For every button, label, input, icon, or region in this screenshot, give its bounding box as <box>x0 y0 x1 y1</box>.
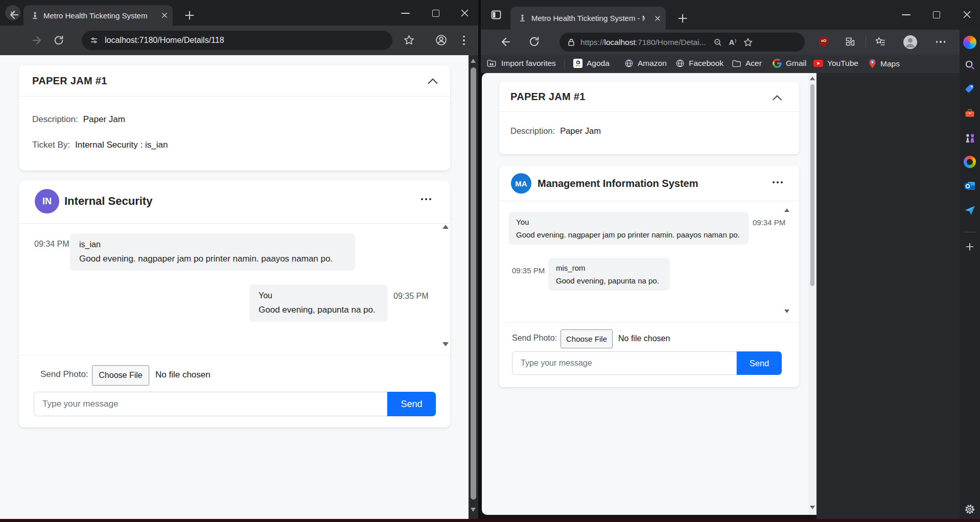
chrome-browser-window: Metro Health Ticketing System loc <box>0 0 478 519</box>
edge-address-bar[interactable]: https://localhost:7180/Home/Detai... A⁾ <box>559 33 805 52</box>
close-window-button[interactable] <box>963 11 971 18</box>
favorite-facebook[interactable]: Facebook <box>675 59 724 68</box>
url-text: https://localhost:7180/Home/Detai... <box>580 38 706 47</box>
favorite-acer[interactable]: Acer <box>732 59 762 68</box>
favorite-maps[interactable]: Maps <box>869 59 900 68</box>
import-favorites-button[interactable]: Import favorites <box>486 59 556 68</box>
collapse-chevron-up-icon[interactable] <box>772 94 783 101</box>
new-tab-button[interactable] <box>183 9 196 22</box>
search-icon[interactable] <box>964 59 975 70</box>
reload-button[interactable] <box>53 35 64 46</box>
games-icon[interactable] <box>964 131 975 144</box>
message-input[interactable] <box>512 351 737 375</box>
drop-icon[interactable] <box>964 204 976 217</box>
scrollbar-down-icon[interactable] <box>810 506 815 509</box>
ticket-by-value: Internal Security : is_ian <box>75 140 168 150</box>
message-bubble: You Good evening. nagpaper jam po printe… <box>508 212 749 245</box>
chat-card: IN Internal Security 09:34 PM is_ian Goo… <box>19 181 450 428</box>
svg-text:uO: uO <box>821 38 826 43</box>
scroll-up-icon[interactable] <box>442 225 449 229</box>
favorite-agoda[interactable]: Agoda <box>573 59 610 68</box>
scroll-down-icon[interactable] <box>784 310 789 313</box>
minimize-button[interactable] <box>902 14 911 15</box>
description-value: Paper Jam <box>83 114 125 125</box>
scroll-down-icon[interactable] <box>442 342 449 346</box>
back-button[interactable] <box>8 9 20 21</box>
maximize-button[interactable] <box>933 11 940 18</box>
profile-avatar-icon[interactable] <box>903 35 917 49</box>
favorite-star-icon[interactable] <box>743 37 753 48</box>
send-button[interactable]: Send <box>387 392 436 416</box>
extensions-puzzle-icon[interactable] <box>845 36 855 47</box>
chrome-page-scrollbar[interactable] <box>469 55 478 519</box>
bookmark-star-icon[interactable] <box>403 34 415 46</box>
agoda-icon <box>573 59 582 68</box>
edge-favorites-bar: Import favorites Agoda Amazon Facebook <box>481 55 960 73</box>
scrollbar-up-icon[interactable] <box>471 59 476 63</box>
profile-icon[interactable] <box>435 34 448 46</box>
shopping-icon[interactable] <box>964 83 975 94</box>
read-aloud-icon[interactable]: A⁾ <box>729 38 737 47</box>
browser-menu-icon[interactable] <box>463 34 465 46</box>
workspaces-icon[interactable] <box>490 9 502 21</box>
ublock-extension-icon[interactable]: uO <box>818 36 829 48</box>
message-input[interactable] <box>34 392 387 416</box>
scrollbar-down-icon[interactable] <box>471 508 476 512</box>
chat-title: Internal Security <box>64 181 152 222</box>
edge-menu-icon[interactable] <box>935 41 947 43</box>
ticket-description-row: Description: Paper Jam <box>32 114 125 125</box>
description-value: Paper Jam <box>560 126 601 136</box>
message-sender: You <box>516 218 741 226</box>
tab-close-icon[interactable] <box>655 15 661 21</box>
chrome-active-tab[interactable]: Metro Health Ticketing System <box>24 5 173 26</box>
scrollbar-thumb[interactable] <box>471 67 476 500</box>
new-tab-button[interactable] <box>676 12 689 25</box>
favorite-youtube[interactable]: YouTube <box>813 59 858 68</box>
edge-page-viewport: PAPER JAM #1 Description: Paper Jam MA M… <box>482 73 816 515</box>
ticket-by-row: Ticket By: Internal Security : is_ian <box>32 140 168 150</box>
no-file-chosen-text: No file chosen <box>155 370 211 380</box>
close-window-button[interactable] <box>461 9 469 17</box>
chat-card: MA Management Information System You Goo… <box>499 166 799 387</box>
send-button[interactable]: Send <box>737 351 782 375</box>
chat-menu-icon[interactable] <box>419 198 433 200</box>
scrollbar-thumb[interactable] <box>810 84 814 286</box>
forward-button[interactable] <box>31 34 43 46</box>
add-sidebar-icon[interactable] <box>964 241 975 252</box>
favorite-label: Import favorites <box>501 59 556 68</box>
copilot-icon[interactable] <box>963 36 976 49</box>
reload-button[interactable] <box>528 36 540 48</box>
collapse-chevron-up-icon[interactable] <box>427 77 439 85</box>
zoom-icon[interactable] <box>713 38 722 47</box>
edge-active-tab[interactable]: Metro Health Ticketing System - M <box>510 7 666 30</box>
choose-file-button[interactable]: Choose File <box>92 365 149 386</box>
message-time: 09:35 PM <box>393 292 428 301</box>
scrollbar-up-icon[interactable] <box>810 77 815 80</box>
outlook-icon[interactable] <box>964 180 976 192</box>
favorites-hub-icon[interactable] <box>875 36 886 48</box>
back-button[interactable] <box>500 36 512 48</box>
settings-gear-icon[interactable] <box>964 504 975 515</box>
description-label: Description: <box>32 114 78 125</box>
minimize-button[interactable] <box>401 13 410 14</box>
send-photo-label: Send Photo: <box>512 334 557 343</box>
edge-page-scrollbar[interactable] <box>808 73 816 515</box>
globe-icon <box>675 59 685 68</box>
favorite-label: Acer <box>745 59 762 68</box>
tab-title: Metro Health Ticketing System <box>43 11 147 20</box>
chat-menu-icon[interactable] <box>771 181 784 183</box>
ticket-details-card: PAPER JAM #1 Description: Paper Jam <box>499 82 799 154</box>
choose-file-button[interactable]: Choose File <box>561 329 613 348</box>
microsoft-365-icon[interactable] <box>964 156 976 168</box>
maximize-button[interactable] <box>432 10 439 17</box>
toolbox-icon[interactable] <box>964 108 975 119</box>
site-favicon-icon <box>31 11 39 20</box>
scroll-up-icon[interactable] <box>784 208 789 212</box>
favorite-gmail[interactable]: Gmail <box>773 59 806 68</box>
site-info-icon[interactable] <box>89 36 99 45</box>
chrome-address-bar[interactable]: localhost:7180/Home/Details/118 <box>82 31 392 50</box>
tab-close-icon[interactable] <box>161 12 168 18</box>
favorite-label: Amazon <box>638 59 667 68</box>
ticket-details-card: PAPER JAM #1 Description: Paper Jam Tick… <box>19 65 450 171</box>
favorite-amazon[interactable]: Amazon <box>624 59 667 68</box>
